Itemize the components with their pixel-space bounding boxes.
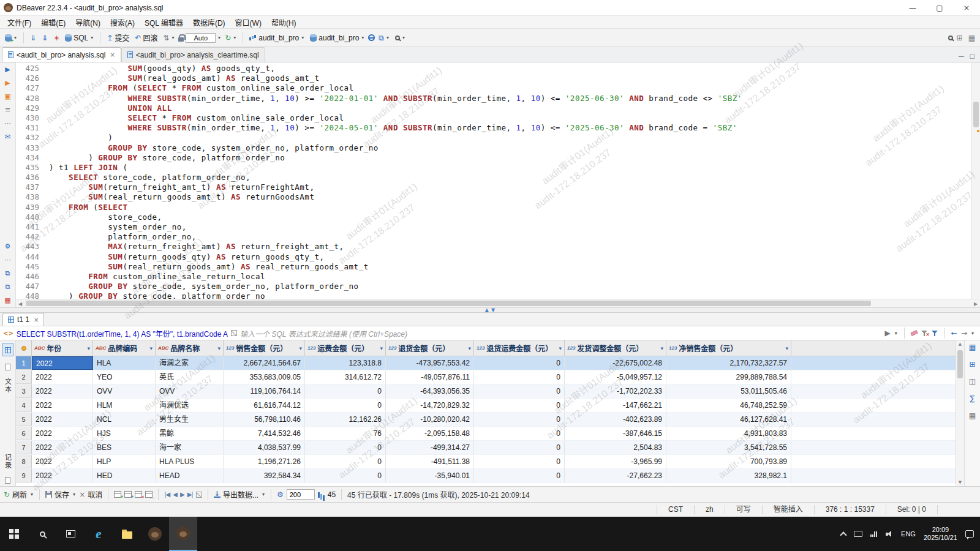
cancel-button[interactable]: ×取消 (79, 489, 102, 500)
export-result-icon[interactable]: ⧉ (6, 269, 10, 277)
apply-filter-icon[interactable]: ▶ (885, 329, 891, 337)
mail-icon[interactable]: ✉ (5, 133, 10, 141)
settings-gear-icon[interactable]: ⚙ (5, 242, 11, 250)
grid-view-tab[interactable] (2, 343, 13, 356)
grid-cell[interactable]: 0 (474, 441, 565, 454)
grid-vertical-scrollbar[interactable]: ▲ ▼ (956, 340, 964, 486)
code-line[interactable]: 446 FROM custom_online_sale_return_local (16, 272, 971, 282)
grid-cell[interactable]: -402,623.89 (565, 413, 666, 426)
scroll-right-arrow[interactable]: ▶ (971, 299, 980, 307)
code-line[interactable]: 431 WHERE SUBSTR(min_order_time, 1, 10) … (16, 123, 971, 133)
grid-cell[interactable]: 2022 (32, 384, 93, 398)
code-line[interactable]: 437 SUM(return_freight_amt_t) AS returnF… (16, 182, 971, 192)
menu-item[interactable]: 数据库(D) (188, 16, 230, 28)
grid-cell[interactable]: 0 (305, 469, 386, 482)
more-actions-icon[interactable]: ⋯ (4, 119, 11, 127)
remove-filter-icon[interactable]: × (921, 330, 928, 337)
column-filter-icon[interactable]: ▾ (559, 345, 562, 351)
quick-search-icon[interactable] (948, 36, 953, 40)
grid-cell[interactable]: 56,798,110.46 (224, 413, 305, 426)
menu-item[interactable]: 窗口(W) (230, 16, 266, 28)
save-dropdown[interactable]: ▾ (72, 492, 76, 497)
column-filter-icon[interactable]: ▾ (468, 345, 471, 351)
code-line[interactable]: 428 WHERE SUBSTR(min_order_time, 1, 10) … (16, 94, 971, 103)
grid-header-cell[interactable]: 123净销售金额（元）▾ (666, 340, 791, 356)
grid-cell[interactable]: -491,511.38 (386, 455, 474, 468)
grid-cell[interactable]: OVV (156, 384, 224, 398)
grid-cell[interactable]: 2,170,732,327.57 (666, 356, 791, 370)
open-perspective-icon[interactable]: ⊞ (955, 32, 965, 43)
table-row[interactable]: 82022HLPHLA PLUS1,196,271.260-491,511.38… (16, 455, 956, 469)
row-number-cell[interactable]: 7 (16, 441, 32, 454)
taskbar-clock[interactable]: 20:09 2025/10/21 (924, 526, 957, 542)
code-editor[interactable]: 425 SUM(goods_qty) AS goods_qty_t,426 SU… (16, 62, 971, 299)
code-line[interactable]: 429 UNION ALL (16, 103, 971, 113)
grid-cell[interactable]: -5,049,957.12 (565, 370, 666, 384)
internet-explorer-button[interactable]: e (85, 517, 113, 551)
auto-commit-dropdown[interactable]: ▾ (217, 35, 221, 40)
row-number-cell[interactable]: 6 (16, 427, 32, 440)
text-view-tab[interactable]: 文本 (3, 378, 13, 394)
rail-more-icon[interactable]: ⋯ (4, 256, 11, 264)
scroll-down-arrow[interactable]: ▼ (956, 479, 964, 486)
code-line[interactable]: 444 SUM(return_goods_qty) AS return_good… (16, 252, 971, 262)
expand-filter-icon[interactable] (231, 330, 237, 336)
edit-more-button[interactable] (145, 491, 153, 498)
calc-panel-icon[interactable]: ▦ (969, 411, 976, 420)
grid-header-cell[interactable]: 123运费金额（元）▾ (305, 340, 386, 356)
row-number-cell[interactable]: 3 (16, 384, 32, 398)
forward-icon[interactable]: → (961, 329, 967, 337)
clear-filter-icon[interactable] (910, 330, 918, 336)
grid-cell[interactable]: HJS (93, 427, 156, 440)
results-tab-close-icon[interactable]: × (34, 317, 39, 323)
auto-commit-box[interactable]: Auto (186, 33, 216, 43)
network-icon[interactable] (870, 531, 878, 537)
grid-cell[interactable]: OVV (93, 384, 156, 398)
lock-icon[interactable] (178, 37, 184, 42)
row-number-cell[interactable]: 1 (16, 356, 32, 370)
editor-vertical-scrollbar[interactable] (971, 62, 980, 299)
browse-rows-icon[interactable] (196, 492, 202, 498)
menu-item[interactable]: SQL 编辑器 (140, 16, 188, 28)
project-button[interactable]: ⧉▾ (377, 32, 391, 43)
grid-cell[interactable]: HLM (93, 399, 156, 412)
dbeaver-taskbar-button[interactable] (141, 517, 169, 551)
grid-cell[interactable]: 2022 (32, 370, 93, 384)
table-row[interactable]: 42022HLM海澜优选61,616,744.120-14,720,829.32… (16, 399, 956, 413)
code-line[interactable]: 438 SUM(real_return_goods_amt_t) AS retu… (16, 192, 971, 202)
grid-cell[interactable]: -147,662.21 (565, 399, 666, 412)
table-row[interactable]: 72022BES海一家4,038,537.990-499,314.2702,50… (16, 441, 956, 455)
metadata-panel-icon[interactable]: ⊞ (969, 360, 975, 369)
table-row[interactable]: 52022NCL男生女生56,798,110.4612,162.26-10,28… (16, 413, 956, 427)
grid-cell[interactable]: 0 (305, 399, 386, 412)
grid-header-cell[interactable]: 123退货运费金额（元）▾ (474, 340, 565, 356)
code-line[interactable]: 434 ) GROUP BY store_code, platform_orde… (16, 153, 971, 163)
grid-cell[interactable]: 0 (474, 356, 565, 370)
scrollbar-thumb[interactable] (957, 350, 963, 378)
grid-cell[interactable]: 2022 (32, 413, 93, 426)
grid-cell[interactable]: 299,889,788.54 (666, 370, 791, 384)
task-view-button[interactable] (56, 517, 85, 551)
grid-cell[interactable]: HEAD (156, 469, 224, 482)
display-tray-icon[interactable] (854, 531, 862, 537)
grid-cell[interactable]: -49,057,876.11 (386, 370, 474, 384)
code-line[interactable]: 445 SUM(real_return_goods_amt) AS real_r… (16, 262, 971, 272)
row-number-cell[interactable]: 9 (16, 469, 32, 482)
column-filter-icon[interactable]: ▾ (87, 345, 90, 351)
fetch-icon[interactable]: ⇓ (28, 32, 38, 43)
grid-cell[interactable]: 0 (474, 399, 565, 412)
grid-cell[interactable]: 123,318.8 (305, 356, 386, 370)
grid-cell[interactable]: HLP (93, 455, 156, 468)
editor-horizontal-scrollbar[interactable]: ◀ ▶ (16, 299, 980, 307)
grid-cell[interactable]: 12,162.26 (305, 413, 386, 426)
minimize-button[interactable]: — (899, 0, 926, 15)
grid-cell[interactable]: 3,541,728.55 (666, 441, 791, 454)
grid-cell[interactable]: 2022 (32, 455, 93, 468)
grid-cell[interactable]: 海澜之家 (156, 356, 224, 370)
export-dropdown[interactable]: ▾ (262, 492, 265, 497)
grid-cell[interactable]: -27,662.23 (565, 469, 666, 482)
grid-cell[interactable]: -10,280,020.42 (386, 413, 474, 426)
grid-cell[interactable]: -473,957,553.42 (386, 356, 474, 370)
volume-icon[interactable] (886, 531, 893, 538)
first-row-button[interactable]: |◀ (164, 491, 170, 498)
